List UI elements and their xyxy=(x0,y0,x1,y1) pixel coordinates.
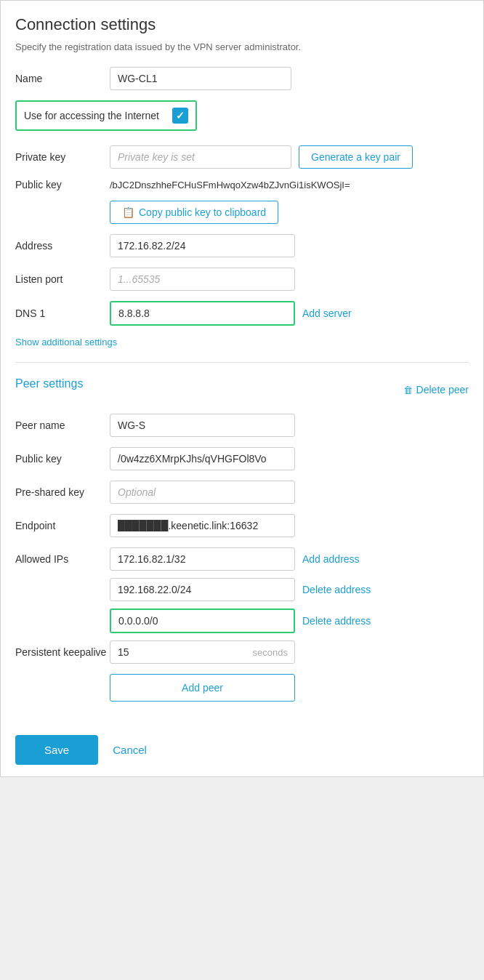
name-input[interactable] xyxy=(110,67,291,90)
dns1-input[interactable] xyxy=(110,301,295,326)
name-label: Name xyxy=(15,73,110,84)
cancel-button[interactable]: Cancel xyxy=(113,744,147,756)
delete-address-link-3[interactable]: Delete address xyxy=(302,615,371,627)
internet-checkbox[interactable] xyxy=(172,108,188,124)
peer-name-input[interactable] xyxy=(110,414,295,437)
peer-section: Peer settings 🗑 Delete peer Peer name Pu… xyxy=(15,377,469,723)
peer-public-key-label: Public key xyxy=(15,453,110,465)
allowed-ips-row-2: Delete address xyxy=(15,578,469,601)
dns1-label: DNS 1 xyxy=(15,308,110,319)
name-row: Name xyxy=(15,67,469,90)
peer-name-label: Peer name xyxy=(15,419,110,431)
internet-label: Use for accessing the Internet xyxy=(24,110,159,121)
pre-shared-key-label: Pre-shared key xyxy=(15,486,110,498)
connection-section: Name Use for accessing the Internet Priv… xyxy=(15,67,469,363)
listen-port-row: Listen port xyxy=(15,268,469,291)
peer-public-key-row: Public key xyxy=(15,447,469,470)
allowed-ip-input-1[interactable] xyxy=(110,547,295,571)
keepalive-input-wrap: seconds xyxy=(110,640,295,664)
peer-section-title: Peer settings xyxy=(15,377,83,390)
allowed-ips-label: Allowed IPs xyxy=(15,553,110,565)
footer-buttons: Save Cancel xyxy=(15,723,469,776)
allowed-ips-row-3: Delete address xyxy=(15,609,469,633)
peer-name-row: Peer name xyxy=(15,414,469,437)
copy-icon: 📋 xyxy=(122,206,134,218)
generate-key-button[interactable]: Generate a key pair xyxy=(299,145,413,169)
peer-public-key-input[interactable] xyxy=(110,447,295,470)
allowed-ip-input-3[interactable] xyxy=(110,609,295,633)
listen-port-input[interactable] xyxy=(110,268,295,291)
delete-peer-label: Delete peer xyxy=(416,384,469,395)
internet-checkbox-container[interactable]: Use for accessing the Internet xyxy=(15,100,197,131)
address-row: Address xyxy=(15,234,469,257)
copy-public-key-button[interactable]: 📋 Copy public key to clipboard xyxy=(110,201,278,224)
add-address-link[interactable]: Add address xyxy=(302,553,360,565)
endpoint-input[interactable] xyxy=(110,514,295,537)
private-key-row: Private key Generate a key pair xyxy=(15,145,469,169)
allowed-ip-input-2[interactable] xyxy=(110,578,295,601)
page-subtitle: Specify the registration data issued by … xyxy=(15,41,469,52)
peer-header: Peer settings 🗑 Delete peer xyxy=(15,377,469,402)
endpoint-row: Endpoint xyxy=(15,514,469,537)
public-key-row: Public key /bJC2DnszhheFCHuSFmHwqoXzw4bZ… xyxy=(15,179,469,190)
delete-address-link-2[interactable]: Delete address xyxy=(302,584,371,595)
address-label: Address xyxy=(15,240,110,252)
keepalive-input[interactable] xyxy=(110,640,295,664)
address-input[interactable] xyxy=(110,234,295,257)
endpoint-label: Endpoint xyxy=(15,520,110,531)
allowed-ips-row-1: Allowed IPs Add address xyxy=(15,547,469,571)
pre-shared-key-input[interactable] xyxy=(110,481,295,504)
private-key-input[interactable] xyxy=(110,145,291,169)
public-key-label: Public key xyxy=(15,179,110,190)
listen-port-label: Listen port xyxy=(15,273,110,285)
public-key-value: /bJC2DnszhheFCHuSFmHwqoXzw4bZJvnGi1isKWO… xyxy=(110,180,350,190)
delete-peer-button[interactable]: 🗑 Delete peer xyxy=(403,384,469,395)
add-server-link[interactable]: Add server xyxy=(302,308,352,319)
copy-btn-label: Copy public key to clipboard xyxy=(139,206,266,218)
show-additional-settings-link[interactable]: Show additional settings xyxy=(15,337,117,348)
keepalive-row: Persistent keepalive seconds xyxy=(15,640,469,664)
trash-icon: 🗑 xyxy=(403,385,413,395)
dns1-row: DNS 1 Add server xyxy=(15,301,469,326)
keepalive-label: Persistent keepalive xyxy=(15,646,110,658)
page-title: Connection settings xyxy=(15,15,469,34)
internet-row: Use for accessing the Internet xyxy=(15,100,469,131)
save-button[interactable]: Save xyxy=(15,735,98,765)
pre-shared-key-row: Pre-shared key xyxy=(15,481,469,504)
private-key-label: Private key xyxy=(15,151,110,163)
add-peer-button[interactable]: Add peer xyxy=(110,674,295,702)
